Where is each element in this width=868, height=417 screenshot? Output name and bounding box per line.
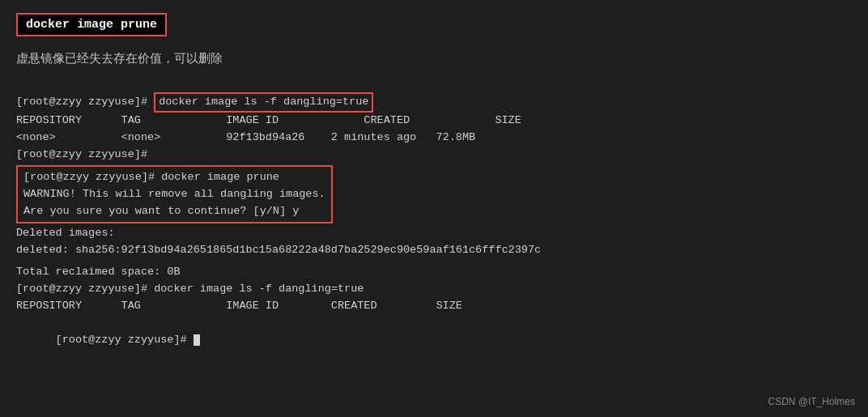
data-row-1: <none> <none> 92f13bd94a26 2 minutes ago… <box>16 130 852 147</box>
prune-line-3: Are you sure you want to continue? [y/N]… <box>23 203 326 220</box>
header-row-1: REPOSITORY TAG IMAGE ID CREATED SIZE <box>16 113 852 130</box>
subtitle-text: 虚悬镜像已经失去存在价值，可以删除 <box>16 51 852 66</box>
terminal-section: [root@zzyy zzyyuse]# docker image ls -f … <box>16 92 852 366</box>
prompt-after-ls: [root@zzyy zzyyuse]# <box>16 147 852 164</box>
terminal-line-1: [root@zzyy zzyyuse]# docker image ls -f … <box>16 92 852 113</box>
watermark: CSDN @IT_Holmes <box>768 396 855 407</box>
prune-line-2: WARNING! This will remove all dangling i… <box>23 186 326 203</box>
terminal-cursor <box>194 334 200 346</box>
title-command: docker image prune <box>16 13 167 36</box>
terminal-line-3: [root@zzyy zzyyuse]# docker image ls -f … <box>16 281 852 298</box>
header-row-2: REPOSITORY TAG IMAGE ID CREATED SIZE <box>16 298 852 315</box>
prompt-1: [root@zzyy zzyyuse]# <box>16 94 154 111</box>
reclaimed-space: Total reclaimed space: 0B <box>16 264 852 281</box>
prompt-3: [root@zzyy zzyyuse]# <box>16 281 154 298</box>
prune-line-1: [root@zzyy zzyyuse]# docker image prune <box>23 169 326 186</box>
final-prompt-line: [root@zzyy zzyyuse]# <box>16 315 852 366</box>
deleted-hash: deleted: sha256:92f13bd94a2651865d1bc15a… <box>16 242 852 259</box>
final-prompt-text: [root@zzyy zzyyuse]# <box>56 334 194 346</box>
main-container: docker image prune 虚悬镜像已经失去存在价值，可以删除 [ro… <box>0 0 868 417</box>
prune-command-block: [root@zzyy zzyyuse]# docker image prune … <box>16 165 333 224</box>
command-3: docker image ls -f dangling=true <box>154 281 364 298</box>
command-1: docker image ls -f dangling=true <box>154 92 373 113</box>
deleted-label: Deleted images: <box>16 225 852 242</box>
